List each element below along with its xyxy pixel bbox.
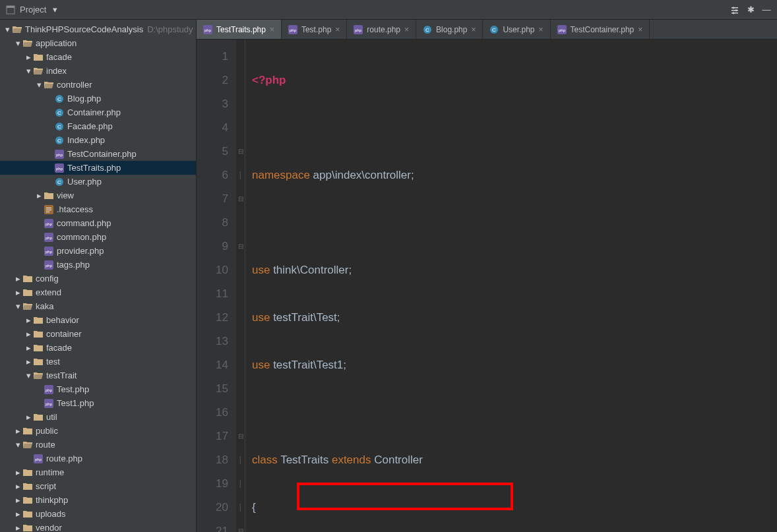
tree-item-thinkphp[interactable]: ▸thinkphp (0, 493, 196, 507)
tree-item-extend[interactable]: ▸extend (0, 285, 196, 299)
fold-marker (236, 282, 245, 306)
tree-item-common-php[interactable]: phpcommon.php (0, 230, 196, 244)
close-icon[interactable]: × (471, 25, 476, 34)
chevron-right-icon[interactable]: ▸ (24, 315, 33, 325)
tree-item-test1-php[interactable]: phpTest1.php (0, 396, 196, 410)
tree-item-application[interactable]: ▾application (0, 36, 196, 50)
tree-item-public[interactable]: ▸public (0, 424, 196, 438)
line-number: 7 (197, 187, 228, 211)
svg-point-5 (733, 7, 735, 9)
tab-user-php[interactable]: CUser.php× (483, 20, 550, 39)
folder-icon (22, 289, 33, 297)
tree-item-test-php[interactable]: phpTest.php (0, 382, 196, 396)
tree-item-util[interactable]: ▸util (0, 410, 196, 424)
tree-item-container-php[interactable]: CContainer.php (0, 105, 196, 119)
chevron-right-icon[interactable]: ▸ (13, 523, 22, 532)
svg-text:php: php (46, 250, 53, 254)
tree-item-controller[interactable]: ▾controller (0, 78, 196, 92)
tree-item-label: extend (36, 287, 61, 297)
project-tool-button[interactable]: Project ▾ (0, 0, 65, 19)
chevron-right-icon[interactable]: ▸ (13, 426, 22, 436)
chevron-right-icon[interactable]: ▸ (13, 274, 22, 283)
chevron-right-icon[interactable]: ▸ (13, 509, 22, 519)
svg-text:php: php (56, 153, 63, 157)
tree-item-user-php[interactable]: CUser.php (0, 175, 196, 189)
tree-item-facade[interactable]: ▸facade (0, 50, 196, 64)
tree-item-provider-php[interactable]: phpprovider.php (0, 244, 196, 258)
chevron-right-icon[interactable]: ▸ (13, 481, 22, 491)
tree-item-route-php[interactable]: phproute.php (0, 452, 196, 465)
tree-item-facade-php[interactable]: CFacade.php (0, 119, 196, 133)
svg-text:php: php (355, 28, 362, 32)
tab-label: TestTraits.php (216, 25, 266, 34)
close-icon[interactable]: × (270, 25, 274, 34)
code-source[interactable]: <?php namespace app\index\controller; us… (245, 40, 423, 532)
tree-item-kaka[interactable]: ▾kaka (0, 299, 196, 313)
tree-item-route[interactable]: ▾route (0, 438, 196, 452)
fold-marker (236, 330, 245, 353)
tree-item-behavior[interactable]: ▸behavior (0, 313, 196, 327)
project-tree[interactable]: ▾ThinkPHPSourceCodeAnalysisD:\phpstudy▾a… (0, 20, 197, 532)
close-icon[interactable]: × (638, 25, 642, 34)
chevron-down-icon[interactable]: ▾ (13, 38, 22, 48)
tab-blog-php[interactable]: CBlog.php× (416, 20, 483, 39)
tree-item-view[interactable]: ▸view (0, 189, 196, 202)
tree-item-script[interactable]: ▸script (0, 479, 196, 493)
tree-item-testcontainer-php[interactable]: phpTestContainer.php (0, 147, 196, 161)
tree-item-runtime[interactable]: ▸runtime (0, 465, 196, 479)
close-icon[interactable]: × (335, 25, 340, 34)
chevron-right-icon[interactable]: ▸ (24, 329, 33, 339)
chevron-right-icon[interactable]: ▸ (24, 357, 33, 367)
tab-testcontainer-php[interactable]: phpTestContainer.php× (551, 20, 650, 39)
fold-marker[interactable]: ⊟ (236, 425, 245, 448)
settings-icon[interactable] (730, 5, 740, 15)
chevron-right-icon[interactable]: ▸ (24, 52, 33, 62)
tree-item-facade[interactable]: ▸facade (0, 341, 196, 355)
tree-item-label: testTrait (46, 370, 77, 380)
tab-test-php[interactable]: phpTest.php× (282, 20, 347, 39)
tree-item-index[interactable]: ▾index (0, 64, 196, 78)
fold-marker[interactable]: ⊟ (236, 519, 245, 532)
tab-testtraits-php[interactable]: phpTestTraits.php× (197, 20, 282, 39)
tree-item-config[interactable]: ▸config (0, 272, 196, 285)
tree-item-blog-php[interactable]: CBlog.php (0, 92, 196, 105)
chevron-down-icon[interactable]: ▾ (13, 440, 22, 450)
chevron-right-icon[interactable]: ▸ (34, 191, 44, 200)
chevron-right-icon[interactable]: ▸ (24, 343, 33, 353)
tree-item-label: thinkphp (36, 495, 68, 505)
chevron-down-icon[interactable]: ▾ (34, 80, 44, 90)
chevron-down-icon[interactable]: ▾ (13, 301, 22, 311)
code-editor[interactable]: 12345678910111213141516171819202122 ⊟│⊟⊟… (197, 40, 777, 532)
tab-route-php[interactable]: phproute.php× (347, 20, 416, 39)
svg-rect-3 (731, 10, 738, 11)
tree-item-thinkphpsourcecodeanalysis[interactable]: ▾ThinkPHPSourceCodeAnalysisD:\phpstudy (0, 22, 196, 36)
fold-marker[interactable]: ⊟ (236, 235, 245, 258)
fold-marker[interactable]: ⊟ (236, 140, 245, 163)
tree-item-testtraits-php[interactable]: phpTestTraits.php (0, 161, 196, 175)
tree-item-vendor[interactable]: ▸vendor (0, 521, 196, 532)
tree-item--htaccess[interactable]: .htaccess (0, 202, 196, 216)
tree-item-tags-php[interactable]: phptags.php (0, 258, 196, 272)
chevron-down-icon[interactable]: ▾ (3, 24, 12, 34)
chevron-right-icon[interactable]: ▸ (13, 467, 22, 477)
chevron-right-icon[interactable]: ▸ (13, 287, 22, 297)
tree-item-container[interactable]: ▸container (0, 327, 196, 341)
chevron-down-icon[interactable]: ▾ (24, 370, 33, 380)
chevron-right-icon[interactable]: ▸ (24, 412, 33, 422)
line-number: 14 (197, 353, 228, 377)
tree-item-label: TestTraits.php (67, 163, 121, 173)
close-icon[interactable]: × (404, 25, 409, 34)
chevron-right-icon[interactable]: ▸ (13, 495, 22, 505)
tree-item-uploads[interactable]: ▸uploads (0, 507, 196, 521)
folder-icon (33, 53, 44, 61)
close-icon[interactable]: × (538, 25, 543, 34)
tree-item-index-php[interactable]: CIndex.php (0, 133, 196, 147)
gear-icon[interactable]: ✱ (745, 5, 756, 15)
chevron-down-icon[interactable]: ▾ (24, 66, 33, 76)
tree-item-testtrait[interactable]: ▾testTrait (0, 369, 196, 382)
tree-item-command-php[interactable]: phpcommand.php (0, 216, 196, 230)
tree-item-label: command.php (57, 218, 111, 228)
minimize-icon[interactable]: — (761, 5, 772, 15)
tree-item-test[interactable]: ▸test (0, 355, 196, 369)
fold-marker[interactable]: ⊟ (236, 187, 245, 211)
